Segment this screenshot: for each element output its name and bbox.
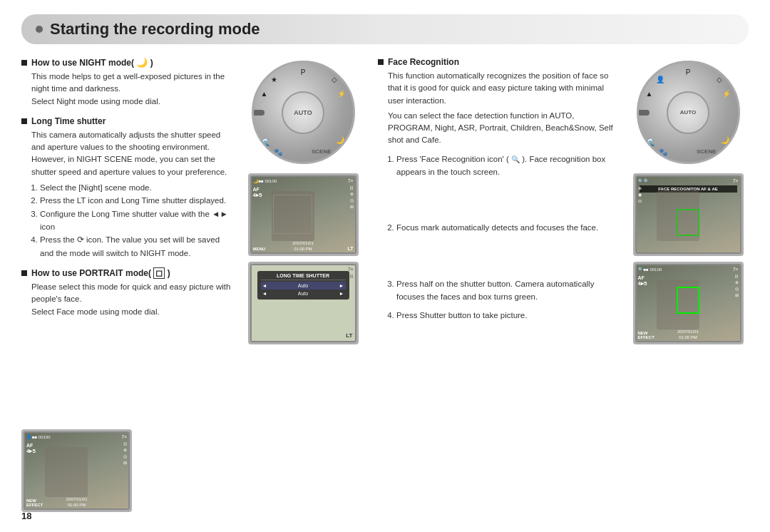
- face-rec-text1: This function automatically recognizes t…: [378, 70, 620, 107]
- camera-body-1: 🌙 ■■ 00100 7» ||| ⊕ ◎ ⊞: [248, 173, 359, 256]
- camera-screen-portrait: 👤 ■■ 00100 7» ||| ⊕ ◎ ⊞ AF4▸5 NEWEFFECT: [24, 431, 130, 510]
- long-time-steps: Select the [Night] scene mode. Press the…: [21, 181, 235, 260]
- face-step-3: Press half on the shutter button. Camera…: [396, 277, 620, 304]
- camera-body-portrait: 👤 ■■ 00100 7» ||| ⊕ ◎ ⊞ AF4▸5 NEWEFFECT: [21, 429, 132, 512]
- face-rec-steps: Press 'Face Recognition icon' ( 🔍 ). Fac…: [378, 153, 620, 322]
- camera-body-face1: 🔍 🔍 7» FACE RECOGNITON AF & AE: [633, 173, 744, 256]
- camera-screen-1: 🌙 ■■ 00100 7» ||| ⊕ ◎ ⊞: [250, 175, 356, 254]
- page: Starting the recording mode How to use N…: [0, 0, 770, 532]
- step-3: Configure the Long Time shutter value wi…: [40, 208, 235, 234]
- camera-screen-face1: 🔍 🔍 7» FACE RECOGNITON AF & AE: [635, 175, 741, 254]
- face-step-4: Press Shutter button to take picture.: [396, 309, 620, 322]
- right-inner: Face Recognition This function automatic…: [378, 57, 749, 344]
- header-bullet: [36, 26, 43, 33]
- page-number: 18: [21, 511, 31, 521]
- camera-screen-face2: 🔍 ■■ 00100 7» ||| ⊕ ◎ ⊞: [635, 264, 741, 342]
- section-long-time: Long Time shutter This camera automatica…: [21, 116, 235, 260]
- dial-image-night: AUTO P ◇ ⚡ 🌙 SCENE 🐾 🌊 ▲ ★: [252, 61, 355, 164]
- left-images: AUTO P ◇ ⚡ 🌙 SCENE 🐾 🌊 ▲ ★: [242, 57, 364, 344]
- camera-body-face2: 🔍 ■■ 00100 7» ||| ⊕ ◎ ⊞: [633, 262, 744, 344]
- face-rec-text2: You can select the face detection functi…: [378, 110, 620, 147]
- bullet-portrait: [21, 270, 27, 276]
- bullet-night: [21, 60, 27, 66]
- face-step-2: Focus mark automatically detects and foc…: [396, 221, 620, 234]
- camera-body-lt: LONG TIME SHUTTER ◄Auto► ◄Auto► 7»: [248, 262, 359, 344]
- step-4: Press the ⟳ icon. The value you set will…: [40, 233, 235, 260]
- left-text: How to use NIGHT mode( 🌙 ) This mode hel…: [21, 57, 235, 344]
- right-column: Face Recognition This function automatic…: [378, 57, 749, 344]
- camera-screen-lt: LONG TIME SHUTTER ◄Auto► ◄Auto► 7»: [250, 264, 356, 342]
- night-mode-label: How to use NIGHT mode( 🌙 ): [31, 57, 153, 68]
- face-rec-title: Face Recognition: [378, 57, 620, 67]
- left-column: How to use NIGHT mode( 🌙 ) This mode hel…: [21, 57, 364, 344]
- night-mode-text1: This mode helps to get a well-exposed pi…: [21, 71, 235, 108]
- main-content: How to use NIGHT mode( 🌙 ) This mode hel…: [21, 57, 749, 344]
- long-time-text: This camera automatically adjusts the sh…: [21, 129, 235, 178]
- portrait-title: How to use PORTRAIT mode( ◻ ): [21, 268, 235, 278]
- dial-image-face: AUTO P ◇ ⚡ 🌙 SCENE 🐾 🌊 ▲ 👤: [637, 61, 740, 164]
- portrait-label: How to use PORTRAIT mode( ◻ ): [31, 268, 170, 278]
- left-inner: How to use NIGHT mode( 🌙 ) This mode hel…: [21, 57, 364, 344]
- step-1: Select the [Night] scene mode.: [40, 181, 235, 194]
- section-night-mode: How to use NIGHT mode( 🌙 ) This mode hel…: [21, 57, 235, 108]
- bullet-face: [378, 59, 384, 65]
- right-images: AUTO P ◇ ⚡ 🌙 SCENE 🐾 🌊 ▲ 👤: [627, 57, 749, 344]
- long-time-title: Long Time shutter: [21, 116, 235, 126]
- section-portrait: How to use PORTRAIT mode( ◻ ) Please sel…: [21, 268, 235, 318]
- page-header: Starting the recording mode: [21, 14, 749, 44]
- portrait-text: Please select this mode for quick and ea…: [21, 281, 235, 318]
- step-2: Press the LT icon and Long Time shutter …: [40, 194, 235, 207]
- face-step-1: Press 'Face Recognition icon' ( 🔍 ). Fac…: [396, 153, 620, 179]
- night-mode-title: How to use NIGHT mode( 🌙 ): [21, 57, 235, 68]
- bullet-lt: [21, 118, 27, 124]
- section-face-rec: Face Recognition This function automatic…: [378, 57, 620, 322]
- screen-couple-1: 🌙 ■■ 00100 7» ||| ⊕ ◎ ⊞: [252, 177, 355, 252]
- page-title: Starting the recording mode: [50, 20, 260, 39]
- right-text: Face Recognition This function automatic…: [378, 57, 620, 344]
